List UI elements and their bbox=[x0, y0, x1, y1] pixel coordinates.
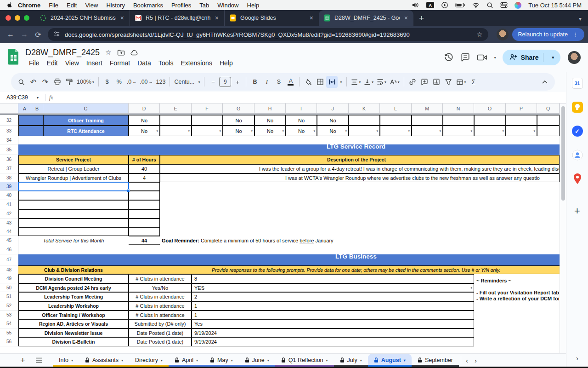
cell-dropdown-icon[interactable]: ▾ bbox=[251, 129, 253, 133]
row-header-48[interactable]: 48 bbox=[0, 265, 18, 274]
grid-cell[interactable]: No▾ bbox=[286, 126, 317, 136]
browser-tab-r5-rtc-d28w-ltg-cnhkeyc[interactable]: R5 | RTC - d28w.ltg@cnhkeyc× bbox=[130, 10, 224, 26]
sheet-tab-q1-reflection[interactable]: Q1 Reflection▾ bbox=[275, 354, 334, 367]
grid-cell[interactable]: Leadership Team Meeting bbox=[18, 292, 129, 301]
grid-cell[interactable]: ▾ bbox=[506, 126, 537, 136]
row-header-45[interactable]: 45 bbox=[0, 236, 18, 245]
merge-cells-button[interactable] bbox=[326, 76, 338, 88]
tab-close-icon[interactable]: × bbox=[119, 14, 125, 22]
paint-format-icon[interactable] bbox=[63, 76, 75, 88]
menubar-clock[interactable]: Tue Oct 15 5:44 PM bbox=[528, 2, 582, 9]
grid-cell[interactable]: # Clubs in attendance bbox=[129, 310, 192, 319]
url-bar[interactable]: docs.google.com/spreadsheets/d/1LjdvlC-Q… bbox=[48, 28, 488, 41]
increase-decimal-button[interactable]: .00→ bbox=[138, 76, 154, 88]
column-header-i[interactable]: I bbox=[286, 104, 317, 114]
grid-cell[interactable]: # Clubs in attendance bbox=[129, 274, 192, 283]
grid-cell[interactable]: ▾ bbox=[192, 126, 223, 136]
column-header-j[interactable]: J bbox=[317, 104, 349, 114]
browser-profile-avatar[interactable] bbox=[497, 29, 509, 40]
column-header-b[interactable]: B bbox=[31, 104, 43, 114]
sheet-tab-menu-icon[interactable]: ▾ bbox=[326, 358, 328, 362]
grid-cell[interactable]: Division E-Bulletin bbox=[18, 337, 129, 346]
print-icon[interactable] bbox=[51, 76, 63, 88]
grid-cell[interactable]: No bbox=[254, 115, 286, 126]
browser-tab-google-slides[interactable]: Google Slides× bbox=[224, 10, 319, 26]
grid-cell[interactable] bbox=[129, 182, 160, 191]
row-header-47[interactable]: 47 bbox=[0, 254, 18, 265]
grid-cell[interactable] bbox=[474, 115, 506, 126]
selection-fill-handle[interactable] bbox=[127, 189, 130, 192]
grid-cell[interactable]: ▾ bbox=[443, 126, 474, 136]
grid-cell[interactable] bbox=[18, 115, 43, 126]
vertical-scrollbar[interactable] bbox=[560, 104, 566, 353]
row-header-42[interactable]: 42 bbox=[0, 209, 18, 218]
screen-mirroring-icon[interactable] bbox=[441, 1, 448, 9]
increase-font-size-button[interactable]: + bbox=[232, 76, 243, 88]
grid-cell[interactable] bbox=[537, 115, 560, 126]
number-format-button[interactable]: 123 bbox=[155, 76, 167, 88]
row-header-33[interactable]: 33 bbox=[0, 126, 18, 136]
appmenu-data[interactable]: Data bbox=[134, 58, 155, 68]
column-header-g[interactable]: G bbox=[223, 104, 254, 114]
sheet-tab-menu-icon[interactable]: ▾ bbox=[360, 358, 362, 362]
column-header-f[interactable]: F bbox=[192, 104, 223, 114]
zoom-window-icon[interactable] bbox=[24, 15, 29, 21]
text-wrap-button[interactable]: ▾ bbox=[375, 76, 388, 88]
grid-cell[interactable] bbox=[129, 218, 160, 227]
undo-icon[interactable]: ↶ bbox=[28, 76, 39, 88]
merge-dropdown-icon[interactable]: ▾ bbox=[338, 76, 344, 88]
redo-icon[interactable]: ↷ bbox=[40, 76, 51, 88]
grid-cell[interactable]: Date Posted (1 date) bbox=[129, 337, 192, 346]
grid-cell-value[interactable]: YES▾ bbox=[192, 283, 474, 292]
namebox-dropdown-icon[interactable]: ▾ bbox=[37, 96, 39, 100]
grid-cell-value[interactable]: 1 bbox=[192, 310, 474, 319]
row-header-37[interactable]: 37 bbox=[0, 164, 18, 173]
browser-tab-2024-2025-cnh-submission[interactable]: 2024-2025 CNH Submission× bbox=[35, 10, 130, 26]
menubar-item-file[interactable]: File bbox=[45, 2, 62, 9]
decrease-decimal-button[interactable]: .0← bbox=[125, 76, 138, 88]
grid-cell[interactable]: I was the leader of a group for a 4-day … bbox=[160, 164, 560, 173]
share-dropdown-icon[interactable]: ▾ bbox=[548, 55, 558, 60]
menubar-item-view[interactable]: View bbox=[81, 2, 102, 9]
cell-dropdown-icon[interactable]: ▾ bbox=[188, 129, 190, 133]
italic-button[interactable]: I bbox=[261, 76, 272, 88]
input-source-icon[interactable]: A bbox=[426, 2, 434, 8]
row-header-46[interactable]: 46 bbox=[0, 245, 18, 254]
minimize-window-icon[interactable] bbox=[15, 15, 20, 21]
wifi-icon[interactable] bbox=[472, 2, 480, 8]
grid-cell[interactable]: I was at WCTA's Wrangler Roundup where w… bbox=[160, 173, 560, 182]
calendar-icon[interactable]: 31 bbox=[571, 77, 583, 89]
meet-icon[interactable] bbox=[477, 53, 488, 62]
grid-cell[interactable] bbox=[192, 115, 223, 126]
sheet-tab-info[interactable]: Info▾ bbox=[53, 354, 79, 367]
grid-cell[interactable]: No bbox=[317, 115, 349, 126]
row-header-36[interactable]: 36 bbox=[0, 155, 18, 164]
grid-cell[interactable]: No bbox=[129, 115, 160, 126]
column-header-p[interactable]: P bbox=[506, 104, 537, 114]
menubar-item-profiles[interactable]: Profiles bbox=[167, 2, 195, 9]
sheet-tab-september[interactable]: September bbox=[412, 354, 459, 367]
sheet-tab-may[interactable]: May▾ bbox=[204, 354, 239, 367]
grid-cell[interactable]: ▾ bbox=[349, 126, 380, 136]
grid-cell[interactable] bbox=[129, 209, 160, 218]
cell-dropdown-icon[interactable]: ▾ bbox=[502, 129, 504, 133]
menubar-item-chrome[interactable]: Chrome bbox=[14, 2, 45, 9]
account-avatar[interactable] bbox=[568, 51, 581, 64]
appmenu-view[interactable]: View bbox=[62, 58, 83, 68]
back-button[interactable]: ← bbox=[4, 28, 17, 41]
grid-cell[interactable]: Leadership Workshop bbox=[18, 301, 129, 310]
column-header-l[interactable]: L bbox=[380, 104, 412, 114]
create-filter-icon[interactable] bbox=[443, 76, 454, 88]
grid-cell[interactable]: Division Newsletter Issue bbox=[18, 328, 129, 337]
appmenu-help[interactable]: Help bbox=[216, 58, 237, 68]
star-icon[interactable]: ☆ bbox=[105, 48, 111, 57]
name-box[interactable]: A39:C39 ▾ bbox=[4, 94, 41, 101]
row-header-39[interactable]: 39 bbox=[0, 182, 18, 191]
insert-comment-icon[interactable] bbox=[419, 76, 430, 88]
sheet-tab-assistants[interactable]: Assistants▾ bbox=[79, 354, 129, 367]
grid-cell-value[interactable]: 9/19/2024 bbox=[192, 328, 474, 337]
tab-close-icon[interactable]: × bbox=[309, 14, 314, 22]
cell-dropdown-icon[interactable]: ▾ bbox=[408, 129, 410, 133]
grid-cell[interactable] bbox=[160, 115, 192, 126]
cell-dropdown-icon[interactable]: ▾ bbox=[439, 129, 441, 133]
